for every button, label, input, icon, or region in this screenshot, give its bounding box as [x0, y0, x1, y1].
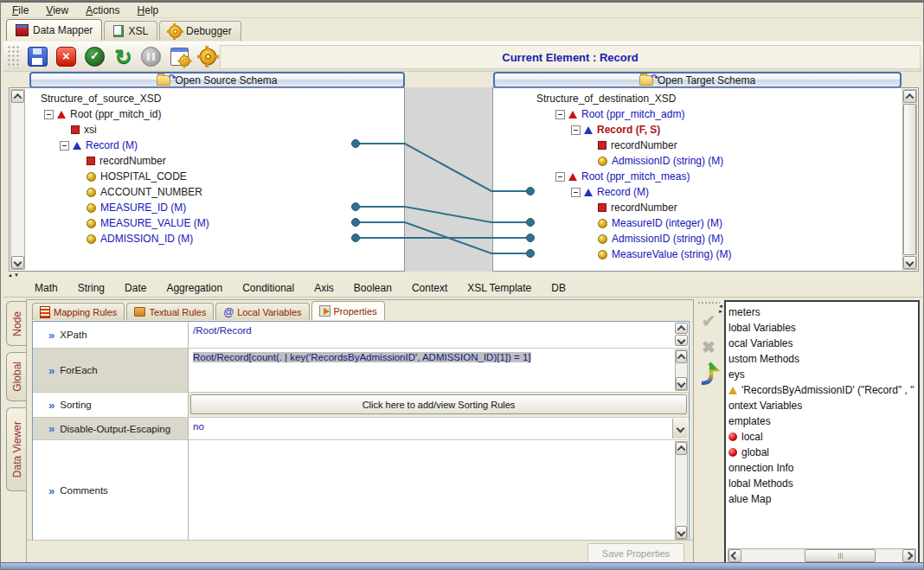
- function-category-xsl-template[interactable]: XSL Template: [467, 282, 531, 294]
- function-category-context[interactable]: Context: [412, 282, 447, 294]
- scroll-up-icon[interactable]: [676, 350, 687, 363]
- comments-input[interactable]: [189, 440, 674, 548]
- tree-node[interactable]: AdmissionID (string) (M): [495, 153, 902, 169]
- workspace-tree-item[interactable]: ontext Variables: [726, 398, 918, 413]
- collapse-toggle-icon[interactable]: [571, 188, 581, 197]
- xpath-input[interactable]: /Root/Record: [189, 322, 674, 339]
- scroll-down-icon[interactable]: [11, 256, 24, 269]
- settings-button[interactable]: [196, 45, 220, 68]
- scroll-down-icon[interactable]: [676, 526, 687, 539]
- workspace-tree-item[interactable]: meters: [726, 304, 918, 320]
- tab-debugger[interactable]: Debugger: [159, 21, 241, 41]
- run-config-button[interactable]: [168, 45, 191, 68]
- workspace-tree-item[interactable]: ustom Methods: [726, 351, 918, 367]
- tree-node[interactable]: xsi: [27, 122, 403, 138]
- scroll-left-icon[interactable]: [728, 549, 741, 562]
- doe-dropdown-value[interactable]: no: [189, 418, 673, 435]
- tree-node[interactable]: recordNumber: [27, 153, 403, 169]
- tree-node[interactable]: ADMISSION_ID (M): [27, 231, 403, 247]
- side-tab-data-viewer[interactable]: Data Viewer: [6, 407, 27, 491]
- tree-node[interactable]: recordNumber: [495, 138, 902, 153]
- collapse-toggle-icon[interactable]: [555, 172, 565, 182]
- workspace-tree-item[interactable]: ocal Variables: [726, 336, 918, 351]
- workspace-tree-item[interactable]: onnection Info: [726, 460, 918, 476]
- discard-x-icon[interactable]: ✖: [696, 336, 722, 359]
- tree-node[interactable]: Record (M): [495, 184, 902, 200]
- tree-node[interactable]: MEASURE_ID (M): [27, 200, 403, 215]
- tree-node[interactable]: recordNumber: [495, 200, 902, 215]
- tree-node[interactable]: Root (ppr_mitch_adm): [495, 106, 902, 122]
- open-source-schema-button[interactable]: Open Source Schema: [29, 72, 405, 88]
- spin-up-icon[interactable]: [675, 323, 688, 334]
- source-tree-scrollbar[interactable]: [10, 89, 25, 270]
- tab-mapping-rules[interactable]: Mapping Rules: [32, 303, 125, 320]
- collapse-toggle-icon[interactable]: [571, 125, 581, 135]
- function-category-boolean[interactable]: Boolean: [354, 282, 392, 294]
- spin-down-icon[interactable]: [675, 335, 688, 346]
- function-category-date[interactable]: Date: [125, 282, 146, 294]
- workspace-tree-item[interactable]: 'RecordsByAdmissionID' ("Record" , ": [726, 382, 918, 398]
- workspace-tree-item[interactable]: eys: [726, 367, 918, 382]
- tab-properties[interactable]: Properties: [311, 301, 385, 320]
- cancel-button[interactable]: ×: [55, 45, 78, 68]
- foreach-input[interactable]: Root/Record[count(. | key('RecordsByAdmi…: [189, 349, 674, 366]
- workspace-tree-item[interactable]: alue Map: [726, 491, 918, 507]
- collapse-toggle-icon[interactable]: [555, 110, 565, 119]
- tree-node[interactable]: HOSPITAL_CODE: [27, 169, 403, 184]
- validate-button[interactable]: ✓: [83, 45, 106, 68]
- toolbar-grip[interactable]: [697, 301, 720, 305]
- tree-node[interactable]: Record (F, S): [495, 122, 902, 138]
- workspace-tree-item[interactable]: lobal Methods: [726, 476, 918, 491]
- menu-item-help[interactable]: Help: [129, 3, 168, 17]
- sorting-rules-button[interactable]: Click here to add/view Sorting Rules: [190, 394, 687, 414]
- swap-arrow-icon[interactable]: [696, 361, 722, 387]
- tree-node[interactable]: Root (ppr_mitch_id): [27, 106, 403, 122]
- save-button[interactable]: [26, 45, 49, 68]
- workspace-tree-item[interactable]: lobal Variables: [726, 320, 918, 336]
- tab-textual-rules[interactable]: Textual Rules: [126, 303, 214, 320]
- workspace-tree-item[interactable]: emplates: [726, 413, 918, 429]
- comments-scrollbar[interactable]: [675, 441, 688, 540]
- menu-item-file[interactable]: File: [3, 3, 37, 17]
- workspace-tree-item[interactable]: global: [726, 445, 918, 460]
- function-category-string[interactable]: String: [78, 282, 105, 294]
- workspace-tree-item[interactable]: local: [726, 429, 918, 445]
- scroll-thumb[interactable]: [805, 549, 876, 562]
- scroll-right-icon[interactable]: [902, 549, 915, 562]
- side-tab-node[interactable]: Node: [6, 301, 27, 346]
- refresh-button[interactable]: ↻: [112, 45, 135, 68]
- scroll-up-icon[interactable]: [676, 442, 687, 455]
- function-category-aggregation[interactable]: Aggregation: [166, 282, 222, 294]
- doe-dropdown-button[interactable]: [672, 419, 688, 439]
- workspace-h-scrollbar[interactable]: [728, 548, 916, 563]
- collapse-toggle-icon[interactable]: [60, 141, 69, 151]
- menu-item-actions[interactable]: Actions: [77, 3, 128, 17]
- tree-node[interactable]: Root (ppr_mitch_meas): [495, 169, 902, 184]
- toolbar-grip[interactable]: [7, 45, 21, 68]
- function-category-math[interactable]: Math: [35, 282, 58, 294]
- function-category-db[interactable]: DB: [551, 282, 566, 294]
- open-target-schema-button[interactable]: Open Target Schema: [493, 72, 902, 88]
- tree-node[interactable]: Structure_of_source_XSD: [27, 91, 403, 106]
- side-tab-global[interactable]: Global: [6, 352, 27, 401]
- tree-node[interactable]: ACCOUNT_NUMBER: [27, 184, 403, 200]
- scroll-thumb[interactable]: [903, 104, 916, 255]
- collapse-toggle-icon[interactable]: [44, 110, 54, 119]
- tree-node[interactable]: Record (M): [27, 138, 403, 153]
- tree-node[interactable]: MeasureID (integer) (M): [495, 215, 902, 231]
- scroll-down-icon[interactable]: [676, 377, 687, 390]
- scroll-up-icon[interactable]: [903, 90, 916, 103]
- tree-node[interactable]: MeasureValue (string) (M): [495, 247, 902, 262]
- scroll-up-icon[interactable]: [11, 90, 24, 103]
- tab-local-variables[interactable]: @Local Variables: [215, 303, 309, 320]
- tree-node[interactable]: Structure_of_destination_XSD: [495, 91, 902, 106]
- function-category-conditional[interactable]: Conditional: [242, 282, 294, 294]
- target-tree-scrollbar[interactable]: [902, 89, 917, 270]
- menu-item-view[interactable]: View: [37, 3, 77, 17]
- foreach-scrollbar[interactable]: [675, 349, 688, 391]
- function-category-axis[interactable]: Axis: [314, 282, 334, 294]
- panel-collapse-icon[interactable]: ◄►: [718, 304, 723, 314]
- pause-button[interactable]: [139, 45, 163, 68]
- tab-data-mapper[interactable]: Data Mapper: [6, 19, 102, 41]
- scroll-down-icon[interactable]: [903, 256, 916, 269]
